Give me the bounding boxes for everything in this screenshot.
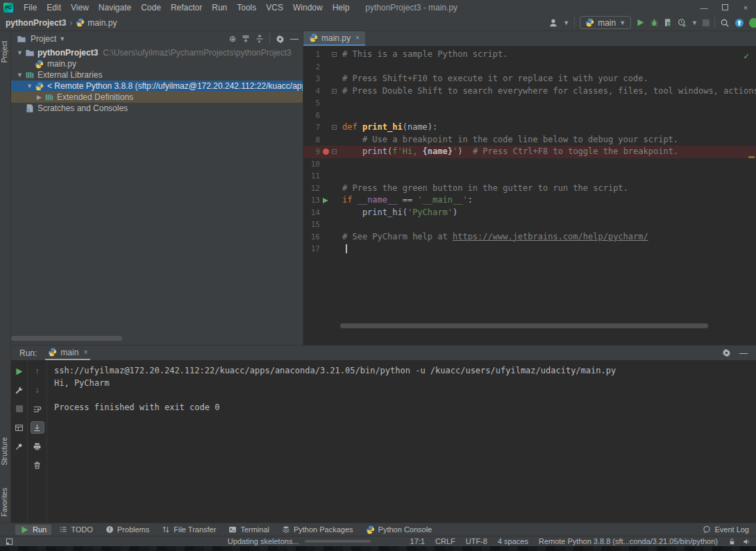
fold-marker-icon[interactable] xyxy=(332,149,337,154)
expand-all-icon[interactable] xyxy=(242,35,250,43)
menu-window[interactable]: Window xyxy=(288,1,328,14)
code-link[interactable]: https://www.jetbrains.com/help/pycharm/ xyxy=(453,232,648,241)
fold-marker-icon[interactable] xyxy=(332,89,337,94)
menu-run[interactable]: Run xyxy=(207,1,232,14)
collapse-all-icon[interactable] xyxy=(255,35,264,43)
tree-item-external-libraries[interactable]: ▼External Libraries xyxy=(11,69,303,80)
folder-icon xyxy=(24,48,35,58)
search-everywhere-icon[interactable] xyxy=(720,18,730,28)
tree-item-main-py[interactable]: main.py xyxy=(11,58,303,69)
menu-file[interactable]: File xyxy=(19,1,42,14)
menu-navigate[interactable]: Navigate xyxy=(94,1,136,14)
python-file-icon xyxy=(34,82,44,91)
toolwindow-button-python-console[interactable]: Python Console xyxy=(361,525,437,535)
breadcrumb-file[interactable]: main.py xyxy=(87,18,117,28)
run-button[interactable] xyxy=(636,18,645,27)
debug-button[interactable] xyxy=(650,18,659,27)
rerun-button[interactable] xyxy=(12,365,26,378)
event-log-button[interactable]: Event Log xyxy=(703,525,756,534)
menu-tools[interactable]: Tools xyxy=(232,1,261,14)
close-tab-icon[interactable]: × xyxy=(83,348,87,356)
menu-code[interactable]: Code xyxy=(136,1,166,14)
hide-panel-icon[interactable]: — xyxy=(290,34,299,44)
tree-item-label: External Libraries xyxy=(37,70,102,80)
user-icon[interactable] xyxy=(548,18,558,28)
close-tab-icon[interactable]: × xyxy=(355,34,360,42)
inspection-ok-icon[interactable]: ✓ xyxy=(744,51,749,61)
stripe-favorites-button[interactable]: Favorites xyxy=(1,488,8,516)
chevron-down-icon[interactable]: ▼ xyxy=(15,71,24,78)
horizontal-scrollbar[interactable] xyxy=(340,323,708,328)
line-number: 1 xyxy=(303,49,320,61)
stripe-structure-button[interactable]: Structure xyxy=(1,437,8,466)
stripe-project-button[interactable]: Project xyxy=(1,41,8,62)
chevron-right-icon[interactable]: ▶ xyxy=(35,94,44,101)
lock-icon[interactable] xyxy=(728,538,736,545)
menu-view[interactable]: View xyxy=(66,1,94,14)
fold-marker-icon[interactable] xyxy=(332,52,337,57)
toolwindow-button-terminal[interactable]: Terminal xyxy=(224,525,274,534)
encoding-widget[interactable]: UTF-8 xyxy=(466,537,487,545)
run-tab-main[interactable]: main × xyxy=(45,346,90,360)
profiler-button[interactable] xyxy=(678,18,687,27)
close-button[interactable]: × xyxy=(735,0,756,15)
fold-marker-icon[interactable] xyxy=(332,125,337,130)
run-config-selector[interactable]: main ▼ xyxy=(580,16,631,29)
indent-widget[interactable]: 4 spaces xyxy=(498,537,528,545)
scroll-to-end-icon[interactable] xyxy=(31,421,44,434)
chevron-down-icon[interactable]: ▼ xyxy=(15,49,24,56)
tree-item-scratches-and-consoles[interactable]: Scratches and Consoles xyxy=(11,103,303,114)
chevron-down-icon[interactable]: ▼ xyxy=(25,83,34,90)
project-panel-title[interactable]: Project xyxy=(31,34,56,44)
soft-wrap-icon[interactable] xyxy=(31,402,44,415)
breadcrumb-project[interactable]: pythonProject3 xyxy=(6,18,66,28)
toolwindow-button-problems[interactable]: Problems xyxy=(101,525,154,534)
notification-icon[interactable] xyxy=(749,18,756,28)
caret-position-widget[interactable]: 17:1 xyxy=(410,537,425,545)
clear-console-icon[interactable] xyxy=(31,459,44,471)
tree-item-pythonproject3[interactable]: ▼pythonProject3C:\Users\ufyilmaz\Pycharm… xyxy=(11,47,303,58)
minimize-button[interactable]: — xyxy=(694,0,714,15)
menu-edit[interactable]: Edit xyxy=(42,1,66,14)
toolwindow-toggle-icon[interactable] xyxy=(6,538,13,545)
gear-icon[interactable] xyxy=(722,348,731,358)
hide-panel-icon[interactable]: — xyxy=(739,348,748,358)
breakpoint-icon[interactable] xyxy=(323,149,329,155)
maximize-button[interactable] xyxy=(714,0,735,15)
print-icon[interactable] xyxy=(31,440,44,452)
run-gutter-icon[interactable] xyxy=(323,198,328,203)
chevron-down-icon[interactable]: ▼ xyxy=(59,35,65,42)
code-editor[interactable]: ✓ 1# This is a sample Python script.23# … xyxy=(303,46,756,345)
menu-vcs[interactable]: VCS xyxy=(261,1,288,14)
code-text: if __name__ == '__main__': xyxy=(338,194,473,207)
up-stacktrace-icon[interactable]: ↑ xyxy=(31,365,44,378)
toolwindow-button-python-packages[interactable]: Python Packages xyxy=(277,525,358,534)
locate-file-icon[interactable]: ⊕ xyxy=(229,34,236,44)
volume-icon[interactable] xyxy=(743,538,750,545)
menu-refactor[interactable]: Refactor xyxy=(166,1,207,14)
down-stacktrace-icon[interactable]: ↓ xyxy=(31,384,44,396)
tree-item-label: Scratches and Consoles xyxy=(37,103,128,113)
toolwindow-button-run[interactable]: Run xyxy=(15,525,51,535)
gear-icon[interactable] xyxy=(276,35,285,44)
editor-tab-mainpy[interactable]: main.py × xyxy=(303,31,365,46)
error-stripe-mark[interactable] xyxy=(748,156,755,158)
toolwindow-button-todo[interactable]: TODO xyxy=(54,525,98,534)
run-panel-header: Run: main × — xyxy=(11,346,756,360)
interpreter-widget[interactable]: Remote Python 3.8.8 (sft...conda/3.21.05… xyxy=(539,537,718,545)
pin-icon[interactable] xyxy=(12,440,26,452)
run-console-output[interactable]: ssh://ufyilmaz@172.20.242.112:22/kuacc/a… xyxy=(47,360,756,523)
run-with-coverage-button[interactable] xyxy=(664,18,673,27)
chevron-down-icon[interactable]: ▼ xyxy=(563,19,569,26)
menu-help[interactable]: Help xyxy=(328,1,355,14)
ide-update-icon[interactable] xyxy=(734,18,744,28)
tree-item-extended-definitions[interactable]: ▶Extended Definitions xyxy=(11,92,303,103)
settings-wrench-icon[interactable] xyxy=(12,384,26,396)
line-separator-widget[interactable]: CRLF xyxy=(435,537,455,545)
tree-item--remote-python-3-8-8-sftp-ufyi[interactable]: ▼< Remote Python 3.8.8 (sftp://ufyilmaz@… xyxy=(11,80,303,92)
horizontal-scrollbar[interactable] xyxy=(11,336,122,341)
chevron-down-icon[interactable]: ▼ xyxy=(691,19,698,26)
restore-layout-icon[interactable] xyxy=(12,421,26,434)
code-text: def print_hi(name): xyxy=(338,121,437,134)
toolwindow-button-file-transfer[interactable]: File Transfer xyxy=(157,525,221,534)
